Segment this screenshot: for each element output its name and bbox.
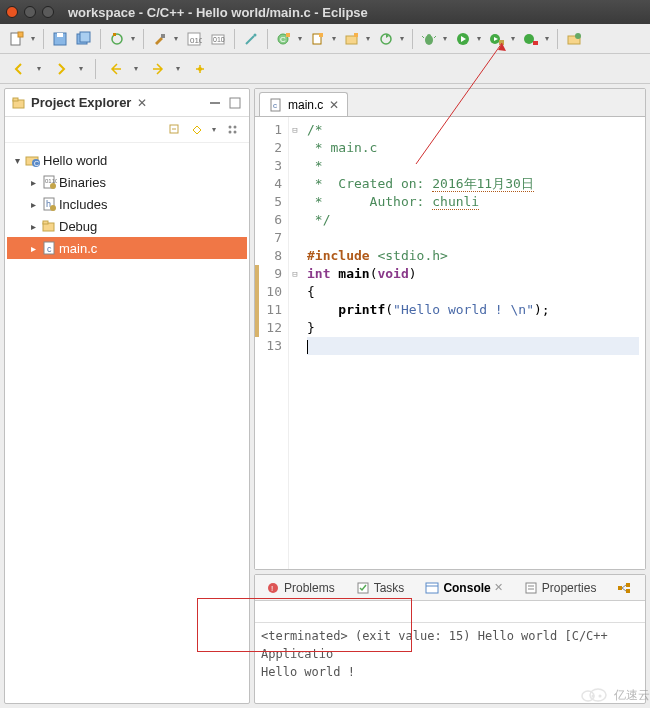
editor-body[interactable]: 12345678910111213 ⊟ ⊟ /* * main.c * * Cr…: [255, 117, 645, 569]
forward-button[interactable]: [50, 58, 72, 80]
dropdown-icon[interactable]: ▾: [442, 34, 450, 43]
window-close-button[interactable]: [6, 6, 18, 18]
bottom-tab-label: Tasks: [374, 581, 405, 595]
svg-rect-3: [57, 33, 63, 37]
tree-twisty-icon[interactable]: ▸: [27, 177, 39, 188]
editor-tab-label: main.c: [288, 98, 323, 112]
new-folder-button[interactable]: [341, 28, 363, 50]
window-minimize-button[interactable]: [24, 6, 36, 18]
dropdown-icon[interactable]: ▾: [211, 125, 219, 134]
svg-text:c: c: [47, 244, 52, 254]
run-last-button[interactable]: [486, 28, 508, 50]
dropdown-icon[interactable]: ▾: [297, 34, 305, 43]
tree-twisty-icon[interactable]: ▸: [27, 199, 39, 210]
hammer-build-button[interactable]: [149, 28, 171, 50]
svg-rect-68: [626, 583, 630, 587]
tree-item-label: Includes: [59, 197, 107, 212]
bottom-tab-console[interactable]: Console✕: [420, 578, 506, 598]
tree-item-includes[interactable]: ▸hIncludes: [7, 193, 247, 215]
svg-point-32: [575, 33, 581, 39]
project-explorer-sub: ▾: [5, 117, 249, 143]
minimize-icon[interactable]: [207, 95, 223, 111]
bottom-tab-properties[interactable]: Properties: [519, 578, 601, 598]
dropdown-icon[interactable]: ▾: [175, 64, 183, 73]
collapse-all-icon[interactable]: [167, 122, 183, 138]
folder-icon: [41, 218, 57, 234]
svg-rect-8: [161, 34, 165, 38]
maximize-icon[interactable]: [227, 95, 243, 111]
new-source-button[interactable]: [307, 28, 329, 50]
svg-line-25: [434, 36, 436, 38]
link-editor-icon[interactable]: [189, 122, 205, 138]
dropdown-icon[interactable]: ▾: [544, 34, 552, 43]
close-icon[interactable]: ✕: [137, 96, 147, 110]
svg-point-40: [229, 125, 232, 128]
view-menu-icon[interactable]: [225, 122, 241, 138]
tree-twisty-icon[interactable]: ▸: [27, 221, 39, 232]
editor-content[interactable]: /* * main.c * * Created on: 2016年11月30日 …: [301, 117, 645, 569]
tree-item-hello-world[interactable]: ▾CHello world: [7, 149, 247, 171]
nav-last-button[interactable]: [189, 58, 211, 80]
editor-gutter: 12345678910111213: [259, 117, 289, 569]
new-button[interactable]: [6, 28, 28, 50]
tree-item-main.c[interactable]: ▸cmain.c: [7, 237, 247, 259]
c-file-icon: c: [268, 97, 284, 113]
svg-point-13: [254, 33, 257, 36]
editor-fold-column[interactable]: ⊟ ⊟: [289, 117, 301, 569]
dropdown-icon[interactable]: ▾: [365, 34, 373, 43]
nav-prev-button[interactable]: [105, 58, 127, 80]
run-button[interactable]: [452, 28, 474, 50]
project-tree[interactable]: ▾CHello world▸0110Binaries▸hIncludes▸Deb…: [5, 143, 249, 703]
dropdown-icon[interactable]: ▾: [476, 34, 484, 43]
dropdown-icon[interactable]: ▾: [399, 34, 407, 43]
console-status: <terminated> (exit value: 15) Hello worl…: [261, 627, 639, 663]
window-maximize-button[interactable]: [42, 6, 54, 18]
save-button[interactable]: [49, 28, 71, 50]
svg-text:C: C: [280, 35, 286, 44]
target-button[interactable]: 010: [207, 28, 229, 50]
project-explorer-header: Project Explorer ✕: [5, 89, 249, 117]
profile-button[interactable]: [563, 28, 585, 50]
dropdown-icon[interactable]: ▾: [510, 34, 518, 43]
dropdown-icon[interactable]: ▾: [130, 34, 138, 43]
tree-item-binaries[interactable]: ▸0110Binaries: [7, 171, 247, 193]
svg-point-29: [524, 34, 534, 44]
debug-button[interactable]: [418, 28, 440, 50]
bottom-tab-tasks[interactable]: Tasks: [351, 578, 409, 598]
dropdown-icon[interactable]: ▾: [133, 64, 141, 73]
console-icon: [424, 580, 440, 596]
svg-rect-37: [230, 98, 240, 108]
bottom-tab-problems[interactable]: !Problems: [261, 578, 339, 598]
build-config-button[interactable]: 010: [183, 28, 205, 50]
svg-rect-35: [13, 98, 18, 101]
coverage-button[interactable]: [520, 28, 542, 50]
svg-rect-64: [526, 583, 536, 593]
svg-rect-19: [346, 36, 357, 44]
refresh-button[interactable]: [375, 28, 397, 50]
build-all-button[interactable]: [106, 28, 128, 50]
call-hierarchy-icon[interactable]: [616, 580, 632, 596]
save-all-button[interactable]: [73, 28, 95, 50]
dropdown-icon[interactable]: ▾: [331, 34, 339, 43]
close-icon[interactable]: ✕: [494, 581, 503, 594]
console-output: Hello world !: [261, 663, 639, 681]
dropdown-icon[interactable]: ▾: [78, 64, 86, 73]
c-file-icon: c: [41, 240, 57, 256]
tree-twisty-icon[interactable]: ▾: [11, 155, 23, 166]
dropdown-icon[interactable]: ▾: [36, 64, 44, 73]
wand-button[interactable]: [240, 28, 262, 50]
tree-item-debug[interactable]: ▸Debug: [7, 215, 247, 237]
editor-tab-main-c[interactable]: c main.c ✕: [259, 92, 348, 116]
svg-line-24: [422, 36, 424, 38]
back-button[interactable]: [8, 58, 30, 80]
nav-next-button[interactable]: [147, 58, 169, 80]
watermark: 亿速云: [580, 686, 650, 704]
properties-icon: [523, 580, 539, 596]
dropdown-icon[interactable]: ▾: [173, 34, 181, 43]
project-explorer-title: Project Explorer: [31, 95, 131, 110]
tree-twisty-icon[interactable]: ▸: [27, 243, 39, 254]
new-class-button[interactable]: C: [273, 28, 295, 50]
dropdown-icon[interactable]: ▾: [30, 34, 38, 43]
bottom-tab-label: Problems: [284, 581, 335, 595]
close-tab-icon[interactable]: ✕: [329, 98, 339, 112]
